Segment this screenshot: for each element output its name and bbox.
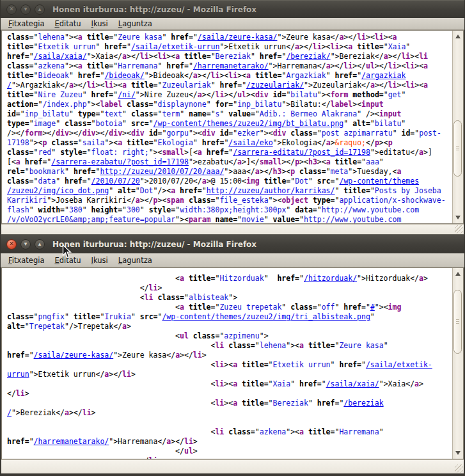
source-text [308, 196, 313, 205]
attribute-name: href= [7, 437, 29, 446]
tag-name: a [78, 61, 83, 70]
attribute-name: title= [242, 360, 269, 369]
attribute-name: id= [220, 129, 233, 138]
source-text: " [140, 205, 149, 214]
source-text: "/>Trepetak</ [65, 322, 122, 331]
scrollbar-thumb[interactable] [453, 120, 462, 177]
source-code[interactable]: <a title="Hitzorduak" href="/hitzorduak/… [2, 268, 452, 459]
attribute-name: src= [317, 177, 335, 186]
source-link[interactable]: /bideoak/ [104, 71, 144, 80]
close-button[interactable]: ✕ [6, 4, 17, 15]
attribute-name: class= [7, 177, 34, 186]
source-link[interactable]: /wp-content/themes [339, 177, 419, 186]
source-link[interactable]: /saila/xaia/ [326, 379, 379, 388]
source-link[interactable]: http://zuzeu/2010/07/20/aaa/ [100, 167, 224, 176]
attribute-name: class= [228, 427, 255, 436]
source-link[interactable]: /bereziak [343, 399, 383, 408]
scroll-up-button[interactable] [453, 269, 463, 279]
minimize-button[interactable]: ▾ [20, 239, 31, 250]
source-line: urrun">Etxetik urrun</a></li> [7, 370, 452, 379]
source-text: " [29, 351, 34, 360]
source-link[interactable]: /sarrera-ezabatu/?post_id=17198 [51, 157, 189, 166]
attribute-name: href= [335, 71, 358, 80]
source-code[interactable]: class="lehena"><a title="Zeure kasa" hre… [2, 31, 452, 223]
source-link[interactable]: urrun [7, 370, 29, 379]
minimize-button[interactable]: ▾ [20, 4, 31, 15]
source-text: ></ [352, 61, 366, 70]
scroll-down-button[interactable] [453, 448, 463, 458]
source-text: ">Joseba Karrikiri</ [47, 196, 135, 205]
source-link[interactable]: / [7, 408, 12, 417]
menu-laguntza[interactable]: Laguntza [113, 255, 157, 266]
source-link[interactable]: /harremanetarako/ [34, 437, 109, 446]
titlebar[interactable]: ✕ ▾ ▴ Honen iturburua: http://zuzeu/ - M… [1, 0, 464, 18]
source-link[interactable]: /saila/zeure-kasa/ [198, 33, 278, 42]
source-link[interactable]: /wp-content/themes/zuzeu2/img/tri_albist… [162, 312, 370, 321]
source-link[interactable]: /saila/zeure-kasa/ [34, 351, 114, 360]
source-link[interactable]: # [370, 303, 375, 312]
close-button[interactable]: ✕ [6, 239, 17, 250]
source-text: ></ [388, 52, 402, 61]
maximize-button[interactable]: ▴ [35, 239, 45, 250]
source-link[interactable]: /saila/etxetik-urrun [131, 42, 219, 51]
scroll-down-button[interactable] [453, 212, 463, 223]
source-link[interactable]: /ni/ [118, 90, 136, 99]
source-text: " [299, 274, 304, 283]
source-text: " [96, 42, 105, 51]
source-link[interactable]: /zuzeulariak/ [246, 81, 304, 90]
titlebar[interactable]: ✕ ▾ ▴ Honen iturburua: http://zuzeu/ - M… [1, 234, 464, 253]
source-link[interactable]: /saila/eko [228, 138, 272, 147]
attribute-name: src= [140, 312, 158, 321]
attribute-value: /v/oVoO2ycrLE0&amp;amp;feature=popular [7, 215, 175, 223]
menu-ikusi[interactable]: Ikusi [86, 255, 113, 266]
source-text: </ [366, 138, 375, 147]
attribute-name: title= [242, 399, 269, 408]
source-link[interactable]: /harremanetarako/ [193, 61, 269, 70]
source-link[interactable]: /hitzorduak/ [304, 274, 357, 283]
menu-editatu[interactable]: Editatu [49, 255, 86, 266]
source-text: " />< [357, 109, 379, 118]
source-text: " [91, 119, 96, 128]
attribute-name: class= [51, 138, 78, 147]
menu-editatu[interactable]: Editatu [49, 19, 86, 29]
attribute-value: Nire Zuzeu [38, 90, 82, 99]
source-link[interactable]: http://zuzeu/author/karrikas/ [207, 186, 335, 195]
source-link[interactable]: /bereziak/ [286, 52, 330, 61]
source-link[interactable]: /saila/etxetik- [366, 360, 432, 369]
attribute-value: get [388, 90, 402, 99]
menu-fitxategia[interactable]: Fitxategia [3, 255, 49, 266]
tag-name: a [180, 274, 184, 283]
menu-ikusi[interactable]: Ikusi [86, 19, 113, 29]
source-text: " [255, 109, 260, 118]
source-link[interactable]: /2010/07/20 [91, 177, 140, 186]
resize-grip[interactable] [455, 464, 463, 473]
scroll-up-button[interactable] [453, 31, 463, 42]
attribute-value: Zeure kasa [118, 33, 162, 42]
maximize-button[interactable]: ▴ [35, 4, 45, 15]
attribute-name: type= [7, 119, 29, 128]
source-link[interactable]: /wp-content/themes/zuzeu2/img/bt_bilatu.… [154, 119, 344, 128]
source-text: ></ [69, 129, 83, 138]
source-text: " [255, 341, 260, 350]
tag-name: li [122, 370, 131, 379]
vertical-scrollbar[interactable] [452, 268, 463, 459]
attribute-value: ezker [237, 129, 260, 138]
source-link[interactable]: /argazkiak [361, 71, 406, 80]
menu-laguntza[interactable]: Laguntza [113, 19, 157, 29]
source-link[interactable]: /sarrera-editatu/?post_id=17198 [233, 148, 370, 157]
attribute-value: Zuzeulariak [162, 81, 210, 90]
source-text: " [157, 61, 166, 70]
attribute-value: 17198 [7, 138, 29, 147]
source-link[interactable]: /saila/xaia/ [34, 52, 87, 61]
attribute-value: bilatu [290, 90, 317, 99]
source-line: action="/index.php"><label class="displa… [7, 100, 452, 109]
source-text: " [384, 42, 388, 51]
tag-name: div [131, 129, 145, 138]
menu-fitxategia[interactable]: Fitxategia [3, 19, 49, 29]
vertical-scrollbar[interactable] [452, 31, 463, 223]
source-text: ">< [87, 100, 100, 109]
scrollbar-thumb[interactable] [453, 290, 462, 354]
resize-grip[interactable] [455, 225, 463, 234]
source-link[interactable]: /zuzeu2/img/ico_dot.png [7, 186, 109, 195]
source-link[interactable]: / [7, 81, 12, 90]
